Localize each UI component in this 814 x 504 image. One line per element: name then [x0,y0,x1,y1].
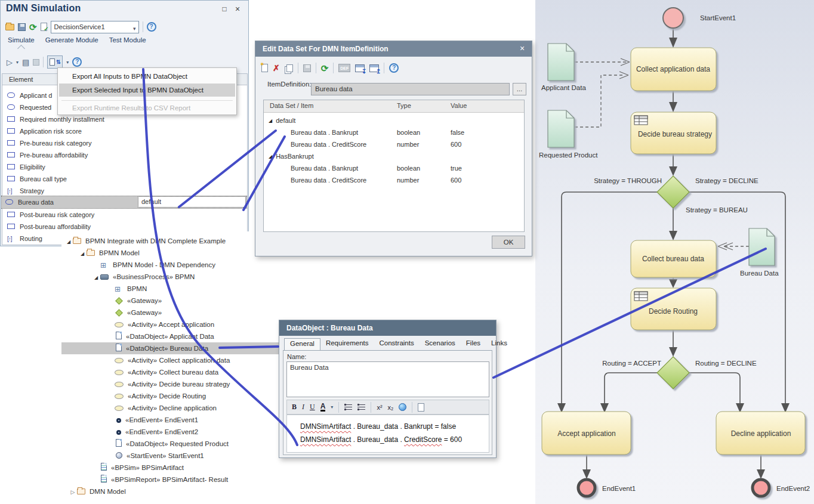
refresh-icon[interactable]: ⟳ [321,64,329,72]
requested-product-dataobject-node[interactable] [548,110,574,147]
tree-item-activity[interactable]: «Activity» Collect bureau data [61,366,279,378]
strategy-gateway-node[interactable] [657,176,689,208]
tree-item-businessprocess[interactable]: «BusinessProcess» BPMN [61,271,279,283]
element-row[interactable]: Pre-bureau risk category [3,137,247,149]
open-folder-icon[interactable] [5,24,14,30]
dataset-value-editor[interactable]: default [138,196,246,208]
tab-generate-module[interactable]: Generate Module [45,36,98,44]
tab-requirements[interactable]: Requirements [320,338,374,351]
tree-item-dataobject[interactable]: «DataObject» Applicant Data [61,330,279,342]
element-row[interactable]: Eligibility [3,161,247,173]
tree-item-artifact[interactable]: «BPSimReport» BPSimArtifact- Result [61,474,279,486]
export-dataobject-button[interactable]: ⇅ [47,55,63,69]
tree-item-endevent[interactable]: «EndEvent» EndEvent1 [61,414,279,426]
superscript-icon[interactable]: x² [377,404,382,411]
new-dataset-icon[interactable]: ✶ [261,64,268,72]
tree-item-diagram[interactable]: ⊞BPMN [61,283,279,295]
dataset-group-row[interactable]: HasBankrupt [264,150,524,162]
routing-gateway-node[interactable] [657,357,689,389]
import-dataset-icon[interactable] [355,64,365,72]
tree-item-activity[interactable]: «Activity» Decide bureau strategy [61,378,279,390]
end-event1-node[interactable] [578,480,595,496]
tree-item-package[interactable]: DMN Model [61,486,279,497]
browse-button[interactable]: … [513,83,526,95]
notes-text-area[interactable]: DMNSimArtifact . Bureau_data . Bankrupt … [286,415,489,453]
tree-item-artifact[interactable]: «BPSim» BPSimArtifact [61,462,279,474]
element-row[interactable]: Pre-bureau affordability [3,149,247,161]
bold-icon[interactable]: B [292,403,297,412]
column-header-type[interactable]: Type [397,102,411,109]
tree-item-endevent[interactable]: «EndEvent» EndEvent2 [61,426,279,438]
italic-icon[interactable]: I [302,403,304,412]
delete-dataset-icon[interactable]: ✗ [273,63,280,73]
itemdefinition-field[interactable]: Bureau data [311,83,510,95]
tree-item-gateway[interactable]: «Gateway» [61,307,279,319]
tab-links[interactable]: Links [486,338,513,351]
tree-item-activity[interactable]: «Activity» Collect application data [61,354,279,366]
tab-simulate[interactable]: Simulate [8,36,35,44]
element-row[interactable]: Post-bureau affordability [3,221,247,233]
dataset-item-row[interactable]: Bureau data . Bankruptbooleanfalse [264,126,524,138]
tree-item-activity[interactable]: «Activity» Decline application [61,402,279,414]
tree-item-startevent[interactable]: «StartEvent» StartEvent1 [61,450,279,462]
bpmn-diagram-canvas[interactable]: StartEvent1 Applicant Data Requested Pro… [535,0,814,504]
help-icon[interactable]: ? [72,57,82,67]
expand-icon[interactable] [92,272,100,284]
tree-item-diagram[interactable]: ⊞BPMN Model - DMN Dependency [61,259,279,271]
tree-item-activity[interactable]: «Activity» Decide Routing [61,390,279,402]
element-row[interactable]: Application risk score [3,125,247,137]
tab-test-module[interactable]: Test Module [109,36,146,44]
dataset-item-row[interactable]: Bureau data . Bankruptbooleantrue [264,162,524,174]
close-icon[interactable]: × [517,44,527,53]
step-icon[interactable]: ▤ [22,58,29,67]
copy-dataset-icon[interactable] [286,64,293,72]
element-row[interactable]: [↑]Strategy [3,185,247,197]
ok-button[interactable]: OK [492,236,525,249]
tab-constraints[interactable]: Constraints [374,338,420,351]
element-row[interactable]: Post-bureau risk category [3,209,247,221]
hyperlink-globe-icon[interactable] [399,403,406,411]
bureau-data-dataobject-node[interactable] [749,228,775,265]
decision-service-select[interactable]: DecisionService1 ▾ [51,21,139,33]
export-options-chevron-icon[interactable]: ▾ [66,60,69,65]
tab-scenarios[interactable]: Scenarios [420,338,461,351]
close-icon[interactable]: × [233,5,242,14]
start-event-node[interactable] [663,8,683,28]
document-icon[interactable] [418,403,424,412]
element-row[interactable]: Bureau call type [3,173,247,185]
refresh-icon[interactable]: ⟳ [29,23,37,31]
column-header-dataset-item[interactable]: Data Set / Item [270,102,313,109]
font-color-chevron-icon[interactable]: ▾ [331,404,333,410]
dataset-table[interactable]: Data Set / Item Type Value default Burea… [263,100,525,232]
tree-item-gateway[interactable]: «Gateway» [61,295,279,307]
name-field[interactable]: Bureau Data [286,361,489,397]
element-row-selected[interactable]: Bureau data default [2,196,246,208]
expand-icon[interactable] [78,248,87,260]
subscript-icon[interactable]: x₂ [388,404,394,411]
dataset-item-row[interactable]: Bureau data . CreditScorenumber600 [264,174,524,186]
menu-item-export-selected-input[interactable]: Export Selected Input to BPMN DataObject [59,84,235,97]
run-options-chevron-icon[interactable]: ▾ [16,60,18,65]
maximize-icon[interactable]: □ [220,5,229,14]
tree-item-dataobject[interactable]: «DataObject» Requested Product [61,438,279,450]
tree-item-dataobject-selected[interactable]: «DataObject» Bureau Data [61,342,279,354]
menu-item-export-all-inputs[interactable]: Export All Inputs to BPMN DataObject [59,70,235,83]
underline-icon[interactable]: U [310,403,315,412]
font-color-icon[interactable]: A [320,403,326,412]
dataset-group-row[interactable]: default [264,115,524,126]
tree-item-package[interactable]: BPMN Integrate with DMN Complete Example [61,235,279,247]
export-dataset-icon[interactable] [369,64,379,72]
stop-icon[interactable] [33,59,39,66]
bullet-list-icon[interactable] [344,404,352,410]
end-event2-node[interactable] [753,480,769,496]
validate-icon[interactable]: ✓ [41,23,47,31]
tree-item-activity[interactable]: «Activity» Accept application [61,319,279,330]
column-header-value[interactable]: Value [451,102,467,109]
numbered-list-icon[interactable] [357,404,365,410]
applicant-data-dataobject-node[interactable] [548,44,574,81]
help-icon[interactable]: ? [147,22,156,32]
dataset-item-row[interactable]: Bureau data . CreditScorenumber600 [264,138,524,150]
save-icon[interactable] [18,23,26,31]
expand-icon[interactable] [64,236,73,248]
element-row[interactable]: Required monthly installment [3,113,247,125]
